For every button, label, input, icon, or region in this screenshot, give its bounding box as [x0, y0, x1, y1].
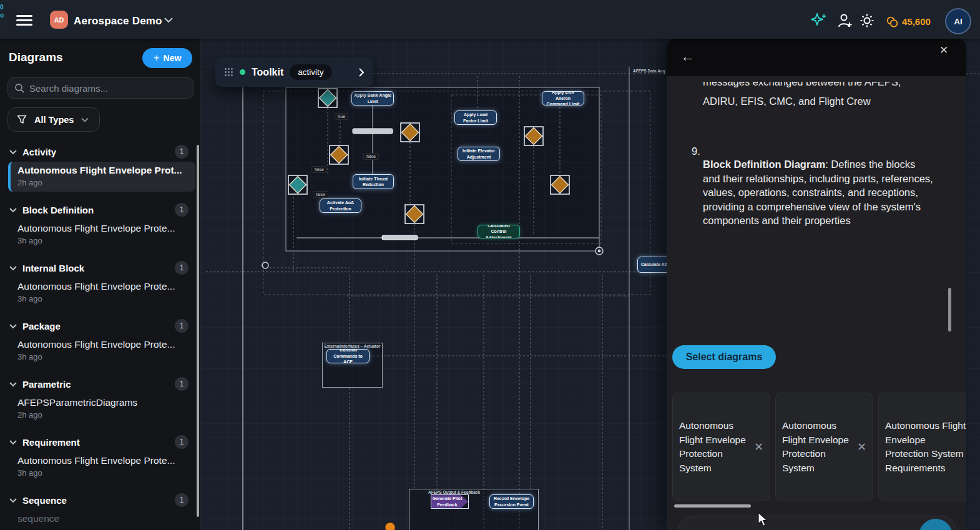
workspace-title[interactable]: Aerospace Demo	[74, 15, 162, 27]
mouse-cursor	[758, 512, 769, 528]
diagram-card[interactable]: Autonomous Flight Envelope Protection Sy…	[878, 393, 966, 501]
diagram-list-item[interactable]: Autonomous Flight Envelope Prote... 3h a…	[8, 278, 195, 308]
fork-bar[interactable]	[353, 129, 393, 134]
partition-label: AFEPS Data Acq	[633, 69, 665, 73]
guard-label: true	[335, 113, 348, 120]
edge-glyph-top: 0	[0, 4, 4, 11]
count-badge: 1	[175, 203, 189, 217]
decision-diamond-orange[interactable]	[401, 123, 419, 142]
decision-diamond-teal[interactable]	[288, 175, 307, 194]
remove-card-icon[interactable]: ✕	[754, 440, 763, 454]
toolkit-title: Toolkit	[252, 67, 283, 78]
section-header-requirement[interactable]: Requirement 1	[0, 433, 201, 451]
guard-label: false	[311, 166, 327, 173]
toolkit-mode-badge[interactable]: activity	[290, 64, 331, 80]
chevron-down-icon	[9, 381, 17, 387]
count-badge: 1	[175, 377, 189, 391]
section-header-block-definition[interactable]: Block Definition 1	[0, 201, 201, 218]
activity-marker-dot[interactable]	[385, 523, 395, 530]
back-arrow-icon[interactable]: ←	[680, 48, 695, 65]
search-icon	[14, 83, 24, 93]
action-node[interactable]: Apply Bank Angle Limit	[351, 91, 394, 106]
diagram-list-item[interactable]: sequence	[8, 510, 195, 530]
avatar[interactable]: AI	[945, 8, 971, 34]
decision-diamond-teal[interactable]	[318, 89, 337, 107]
count-badge: 1	[175, 493, 189, 507]
chat-input-box[interactable]	[678, 516, 956, 530]
toolkit-popup[interactable]: Toolkit activity	[215, 57, 373, 87]
close-icon[interactable]: ✕	[939, 44, 948, 57]
chevron-right-icon[interactable]	[358, 67, 365, 77]
count-badge: 1	[175, 261, 189, 275]
section-header-sequence[interactable]: Sequence 1	[0, 491, 201, 509]
chevron-down-icon	[9, 439, 17, 445]
funnel-icon	[17, 115, 27, 124]
section-header-package[interactable]: Package 1	[0, 317, 201, 335]
scrolled-text-clip: messages exchanged between the AFEPS,	[703, 82, 956, 89]
cards-horizontal-scrollbar[interactable]	[674, 504, 751, 508]
action-node[interactable]: Apply Load Factor Limit	[454, 110, 497, 125]
chevron-down-icon	[81, 117, 89, 122]
sun-theme-icon[interactable]	[860, 13, 875, 28]
count-badge: 1	[175, 435, 189, 449]
signal-send-node[interactable]: Generate Pilot Feedback	[431, 494, 469, 509]
decision-diamond-orange[interactable]	[524, 127, 543, 145]
credits-balance: 45,600	[902, 16, 931, 27]
new-diagram-button[interactable]: + New	[142, 48, 192, 68]
count-badge: 1	[175, 319, 189, 333]
chevron-down-icon	[9, 323, 17, 329]
intro-text: ADIRU, EFIS, CMC, and Flight Crew	[703, 94, 871, 109]
edge-glyph-bottom: o	[0, 12, 4, 19]
diagram-card[interactable]: Autonomous Flight Envelope Protection Sy…	[672, 393, 770, 501]
decision-diamond-orange[interactable]	[405, 205, 424, 223]
diagram-sections: Activity 1 Autonomous Flight Envelope Pr…	[0, 143, 201, 530]
decision-diamond-orange[interactable]	[330, 145, 348, 164]
diagram-list-item[interactable]: Autonomous Flight Envelope Prote... 3h a…	[8, 220, 195, 250]
assistant-panel: ← ✕ messages exchanged between the AFEPS…	[667, 37, 966, 530]
sparkle-ai-icon[interactable]	[810, 12, 828, 29]
section-header-parametric[interactable]: Parametric 1	[0, 375, 201, 393]
coins-icon	[886, 16, 899, 27]
remove-card-icon[interactable]: ✕	[857, 440, 866, 454]
workspace-badge[interactable]: AD	[50, 11, 68, 29]
final-node[interactable]	[595, 247, 603, 255]
hamburger-icon[interactable]	[16, 12, 32, 28]
join-bar[interactable]	[382, 235, 418, 240]
action-node[interactable]: Apply Elev Aileron Command Limit	[542, 91, 584, 106]
action-node[interactable]: Transmit Commands to ACE	[326, 349, 370, 363]
search-diagrams-box[interactable]	[7, 77, 194, 99]
plus-icon: +	[154, 52, 160, 64]
diagram-list-item[interactable]: Autonomous Flight Envelope Prote... 3h a…	[8, 336, 195, 366]
panel-header: ← ✕	[667, 37, 966, 76]
sidebar-scrollbar[interactable]	[197, 145, 199, 517]
sidebar-title: Diagrams	[9, 51, 63, 64]
diagram-card[interactable]: Autonomous Flight Envelope Protection Sy…	[775, 393, 873, 501]
select-diagrams-button[interactable]: Select diagrams	[672, 345, 776, 369]
section-header-activity[interactable]: Activity 1	[0, 143, 201, 160]
selected-diagrams-row: Autonomous Flight Envelope Protection Sy…	[672, 393, 966, 501]
chevron-down-icon[interactable]	[164, 17, 174, 23]
list-item-text: Block Definition Diagram: Defines the bl…	[703, 157, 934, 228]
action-node-green[interactable]: Calculated Control Adjustments	[478, 225, 520, 238]
search-input[interactable]	[29, 83, 179, 94]
count-badge: 1	[175, 145, 189, 159]
diagram-list-item[interactable]: Autonomous Flight Envelope Prot... 2h ag…	[8, 162, 195, 192]
drag-handle-icon[interactable]	[224, 67, 233, 77]
decision-diamond-orange[interactable]	[551, 175, 569, 194]
diagram-list-item[interactable]: Autonomous Flight Envelope Prote... 3h a…	[8, 452, 195, 482]
list-item-title: Block Definition Diagram	[703, 159, 825, 170]
status-dot	[240, 69, 245, 75]
person-add-icon[interactable]	[837, 12, 853, 29]
chevron-down-icon	[9, 498, 17, 503]
action-node[interactable]: Initiate Thrust Reduction	[353, 174, 394, 189]
diagram-list-item[interactable]: AFEPSParametricDiagrams 2h ago	[8, 394, 195, 424]
action-node[interactable]: Initiate Elevator Adjustment	[458, 147, 500, 161]
action-node[interactable]: Activate AoA Protection	[320, 199, 361, 213]
chevron-down-icon	[9, 207, 17, 213]
action-node[interactable]: Record Envelope Excursion Event	[489, 494, 534, 509]
section-header-internal-block[interactable]: Internal Block 1	[0, 259, 201, 277]
panel-vertical-scrollbar[interactable]	[948, 288, 951, 331]
type-filter-dropdown[interactable]: All Types	[7, 107, 100, 132]
guard-label: false	[313, 191, 328, 198]
diagrams-sidebar: Diagrams + New All Types Activity 1 Auto…	[0, 39, 201, 530]
